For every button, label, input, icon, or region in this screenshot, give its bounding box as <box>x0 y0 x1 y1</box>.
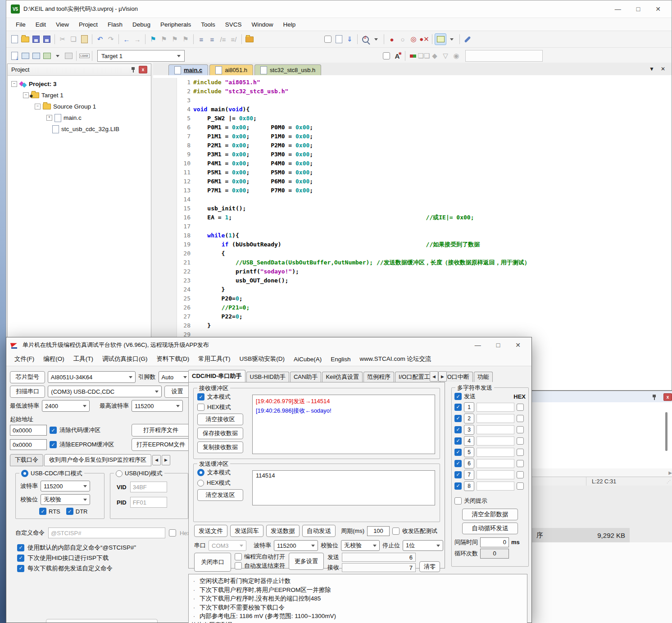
cut-icon[interactable]: ✂ <box>57 34 68 45</box>
more-settings-button[interactable]: 更多设置 <box>289 553 324 570</box>
multi-row-input[interactable] <box>477 482 514 491</box>
multi-row-hex-checkbox[interactable] <box>517 460 524 467</box>
window-layout-icon[interactable] <box>435 33 446 45</box>
recv-text-mode-checkbox[interactable]: ✓ <box>197 393 204 400</box>
stc-menu-item[interactable]: USB驱动安装(D) <box>235 355 290 363</box>
checked-checkbox-icon[interactable]: ✓ <box>17 555 24 562</box>
multi-row-checkbox[interactable]: ✓ <box>454 426 462 433</box>
tab-close-icon[interactable]: ✕ <box>661 66 665 72</box>
editor-tab-stc32_stc8_usb.h[interactable]: stc32_stc8_usb.h <box>254 64 321 75</box>
comment-selection-icon[interactable]: /≡ <box>218 34 228 45</box>
custom-command-input[interactable]: @STCISP# <box>48 528 165 538</box>
uv-menu-svcs[interactable]: SVCS <box>220 21 247 28</box>
bookmark-clear-icon[interactable]: ⚑ <box>180 34 191 45</box>
multi-row-number-button[interactable]: 7 <box>464 470 474 480</box>
multi-row-input[interactable] <box>477 437 514 446</box>
auto-newline-checkbox[interactable] <box>235 562 242 569</box>
multi-row-number-button[interactable]: 2 <box>464 414 474 423</box>
stop-build-icon[interactable] <box>63 50 74 61</box>
collapse-icon[interactable]: − <box>11 81 17 87</box>
cdc-parity-select[interactable]: 无校验 <box>41 494 90 505</box>
batch-build-caret-icon[interactable] <box>52 50 63 61</box>
build-icon[interactable] <box>20 50 31 61</box>
multi-row-input[interactable] <box>477 448 514 457</box>
manage-runtime-wand-icon[interactable]: A✱ <box>392 50 403 61</box>
receive-log-area[interactable]: [19:40:26.979]发送→114514[19:40:26.986]接收←… <box>252 395 435 454</box>
pin-count-select[interactable]: Auto <box>159 371 190 383</box>
project-panel-close-icon[interactable]: x <box>139 66 147 73</box>
tree-item-main-c[interactable]: + main.c <box>11 112 151 123</box>
minimize-icon[interactable]: — <box>475 341 481 349</box>
scroll-right-icon[interactable]: ▶ <box>668 470 672 475</box>
scrollbar-thumb[interactable] <box>665 412 667 451</box>
tab-list-caret-icon[interactable]: ▼ <box>649 66 654 72</box>
vid-input[interactable]: 34BF <box>130 482 167 492</box>
target-selector[interactable]: Target 1 <box>97 50 185 62</box>
checked-checkbox-icon[interactable]: ✓ <box>17 544 24 551</box>
copy-icon[interactable]: ❏ <box>68 34 79 45</box>
interval-input[interactable]: 0 <box>480 537 509 547</box>
uv-menu-peripherals[interactable]: Peripherals <box>155 21 196 28</box>
multi-row-checkbox[interactable]: ✓ <box>454 437 462 445</box>
clear-send-button[interactable]: 清空发送区 <box>197 489 243 501</box>
funnel-icon[interactable]: ▽ <box>440 50 451 61</box>
close-serial-button[interactable]: 关闭串口 <box>194 553 231 572</box>
send-action-button[interactable]: 自动发送 <box>302 525 336 537</box>
min-baud-select[interactable]: 2400 <box>42 400 90 412</box>
multi-row-hex-checkbox[interactable] <box>517 449 524 456</box>
stc-option-check-row[interactable]: ✓下次使用HID接口进行ISP下载 <box>17 553 190 563</box>
download-to-flash-icon[interactable]: LOAD <box>79 50 90 61</box>
close-icon[interactable]: ✕ <box>655 5 661 13</box>
close-tip-checkbox[interactable] <box>454 497 462 505</box>
collapse-icon[interactable]: − <box>35 104 41 109</box>
indent-right-icon[interactable]: ≡ <box>196 34 207 45</box>
paste-icon[interactable] <box>79 34 90 45</box>
serial-port-combo[interactable]: COM3 <box>209 540 246 551</box>
multi-row-number-button[interactable]: 1 <box>464 402 474 412</box>
period-input[interactable]: 100 <box>367 526 390 536</box>
save-all-icon[interactable] <box>41 34 52 45</box>
clear-all-data-button[interactable]: 清空全部数据 <box>462 509 518 520</box>
pid-input[interactable]: FF01 <box>130 497 167 508</box>
multi-row-input[interactable] <box>477 425 514 434</box>
option-tab-download-password[interactable]: 下载口令 <box>10 454 43 466</box>
maximize-icon[interactable]: □ <box>496 341 500 349</box>
match-test-checkbox[interactable] <box>392 528 400 535</box>
main-tabs-left-icon[interactable]: ◀ <box>430 371 438 382</box>
stc-option-check-row[interactable]: ✓使用默认的内部自定义命令“@STCISP#” <box>17 542 190 553</box>
close-icon[interactable]: ✕ <box>515 341 521 349</box>
tree-item-source-group[interactable]: − Source Group 1 <box>11 101 151 112</box>
option-tabs-right-icon[interactable]: ▶ <box>162 455 170 465</box>
uv-menu-help[interactable]: Help <box>278 21 301 28</box>
uv-menu-view[interactable]: View <box>51 21 74 28</box>
multi-row-number-button[interactable]: 6 <box>464 459 474 468</box>
checked-checkbox-icon[interactable]: ✓ <box>17 565 24 572</box>
stc-menu-item[interactable]: 编程(O) <box>39 355 69 363</box>
save-receive-button[interactable]: 保存接收数据 <box>197 427 243 439</box>
send-text-mode-radio[interactable] <box>197 469 204 476</box>
send-text-area[interactable]: 114514 <box>252 470 435 505</box>
chip-model-select[interactable]: AI8051U-34K64 <box>48 371 136 383</box>
stc-menu-item[interactable]: 工具(T) <box>69 355 98 363</box>
globe-icon[interactable]: ◉ <box>451 50 462 61</box>
multi-row-checkbox[interactable]: ✓ <box>454 449 462 456</box>
breakpoint-disable-icon[interactable]: ○ <box>397 34 408 45</box>
docked-panel-close-icon[interactable]: x <box>663 393 672 401</box>
save-icon[interactable] <box>31 34 41 45</box>
minimize-icon[interactable]: — <box>615 5 621 13</box>
multi-row-number-button[interactable]: 8 <box>464 481 474 491</box>
uncomment-selection-icon[interactable]: ≡/ <box>228 34 239 45</box>
multi-row-hex-checkbox[interactable] <box>517 426 524 433</box>
bookmark-toggle-icon[interactable]: ⚑ <box>148 34 159 45</box>
recv-hex-mode-checkbox[interactable] <box>197 404 204 411</box>
dtr-checkbox[interactable]: ✓ <box>66 508 73 515</box>
multi-row-checkbox[interactable]: ✓ <box>454 482 462 490</box>
pin-icon[interactable] <box>652 394 656 400</box>
multi-row-checkbox[interactable]: ✓ <box>454 404 462 411</box>
multi-row-hex-checkbox[interactable] <box>517 471 524 478</box>
usb-cdc-mode-radio[interactable] <box>21 470 28 477</box>
serial-port-select[interactable]: (COM3) USB-CDC,CDC <box>48 386 162 397</box>
chip-model-button[interactable]: 芯片型号 <box>10 371 45 383</box>
breakpoint-toggle-icon[interactable]: ● <box>386 34 397 45</box>
multi-row-input[interactable] <box>477 459 514 468</box>
